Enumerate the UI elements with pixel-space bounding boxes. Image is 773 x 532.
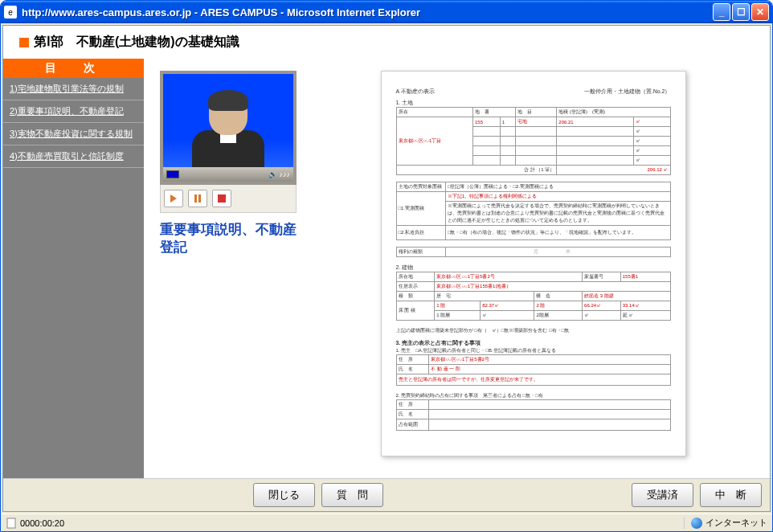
globe-icon xyxy=(691,518,702,529)
progress-indicator[interactable] xyxy=(166,170,179,178)
close-button[interactable]: 閉じる xyxy=(253,483,315,507)
interrupt-button[interactable]: 中 断 xyxy=(700,483,762,507)
page-title: 第Ⅰ部 不動産(土地建物)の基礎知識 xyxy=(34,34,239,51)
page-icon xyxy=(6,518,17,529)
stop-icon xyxy=(218,194,226,203)
browser-window: e http://www.ares-campus.ares.or.jp - AR… xyxy=(0,0,773,532)
video-overlay-bar: 🔊 ♪♪♪ xyxy=(163,167,293,182)
page-header: 第Ⅰ部 不動産(土地建物)の基礎知識 xyxy=(3,26,770,59)
heading-bullet-icon xyxy=(19,38,29,47)
mihon-table: 権利の種類見 本 xyxy=(396,247,671,257)
zone-label: インターネット xyxy=(706,517,767,529)
completed-button[interactable]: 受講済 xyxy=(632,483,693,507)
center-area: 🔊 ♪♪♪ 重要事項説明、不動産登記 A 不動産の表示 一般仲介用 xyxy=(144,59,770,478)
toc-item-2[interactable]: 2)重要事項説明、不動産登記 xyxy=(3,100,144,123)
toc-header: 目 次 xyxy=(3,59,144,78)
doc-form-id: 一般仲介用・土地建物（置.No.2） xyxy=(584,88,671,96)
sample-watermark: 見 本 xyxy=(445,248,670,257)
occupancy-table: 住 所 氏 名 占有範囲 xyxy=(396,399,671,431)
sound-icon[interactable]: 🔊 ♪♪♪ xyxy=(268,170,290,178)
window-controls: _ ☐ ✕ xyxy=(713,3,769,21)
ie-icon: e xyxy=(4,6,17,18)
doc-section3-label: 3. 売主の表示と占有に関する事項 xyxy=(396,339,671,347)
toc-item-3[interactable]: 3)実物不動産投資に関する規制 xyxy=(3,123,144,145)
titlebar: e http://www.ares-campus.ares.or.jp - AR… xyxy=(1,1,772,23)
doc-section-a: A 不動産の表示 xyxy=(396,88,435,96)
doc-section1-label: 1. 土地 xyxy=(396,99,671,107)
document-column: A 不動産の表示 一般仲介用・土地建物（置.No.2） 1. 土地 所在地 番地… xyxy=(313,71,754,466)
rights-table: 土地の売買対象面積□登記簿（公簿）面積による・□2.実測面積による □1.実測面… xyxy=(396,182,671,240)
doc-section2-label: 2. 建物 xyxy=(396,264,671,272)
video-column: 🔊 ♪♪♪ 重要事項説明、不動産登記 xyxy=(160,71,297,466)
toc-item-1[interactable]: 1)宅地建物取引業法等の規制 xyxy=(3,78,144,100)
video-thumbnail[interactable] xyxy=(163,74,293,167)
building-table: 所在地東京都○○区○○1丁目5番2号家屋番号155番1 住居表示東京都○○区○○… xyxy=(396,272,671,321)
player-controls xyxy=(160,185,297,213)
close-window-button[interactable]: ✕ xyxy=(751,3,769,21)
status-time: 0000:00:20 xyxy=(20,518,64,528)
stop-button[interactable] xyxy=(212,190,231,207)
status-zone: インターネット xyxy=(684,517,767,529)
footer-buttons: 閉じる 質 問 受講済 中 断 xyxy=(3,478,770,511)
play-button[interactable] xyxy=(164,190,183,207)
video-frame: 🔊 ♪♪♪ xyxy=(160,71,297,185)
pause-icon xyxy=(194,194,201,203)
svg-rect-0 xyxy=(7,518,15,528)
maximize-button[interactable]: ☐ xyxy=(732,3,750,21)
land-table: 所在地 番地 目地積 (登記簿) (実測) 東京都○○区○○1丁目 155 1 … xyxy=(396,107,671,175)
main-row: 目 次 1)宅地建物取引業法等の規制 2)重要事項説明、不動産登記 3)実物不動… xyxy=(3,59,770,478)
minimize-button[interactable]: _ xyxy=(713,3,730,21)
content-area: 第Ⅰ部 不動産(土地建物)の基礎知識 目 次 1)宅地建物取引業法等の規制 2)… xyxy=(2,25,771,512)
video-title: 重要事項説明、不動産登記 xyxy=(160,213,297,256)
seller-table: 住 所東京都○○区○○1丁目5番2号 氏 名不 動 産 一 郎 売主と登記簿の所… xyxy=(396,354,671,386)
question-button[interactable]: 質 問 xyxy=(321,483,383,507)
sidebar: 目 次 1)宅地建物取引業法等の規制 2)重要事項説明、不動産登記 3)実物不動… xyxy=(3,59,144,478)
statusbar: 0000:00:20 インターネット xyxy=(1,514,772,531)
toc-item-4[interactable]: 4)不動産売買取引と信託制度 xyxy=(3,145,144,168)
pause-button[interactable] xyxy=(188,190,207,207)
window-title: http://www.ares-campus.ares.or.jp - ARES… xyxy=(22,6,713,18)
play-icon xyxy=(170,194,177,203)
document-preview[interactable]: A 不動産の表示 一般仲介用・土地建物（置.No.2） 1. 土地 所在地 番地… xyxy=(381,71,686,456)
